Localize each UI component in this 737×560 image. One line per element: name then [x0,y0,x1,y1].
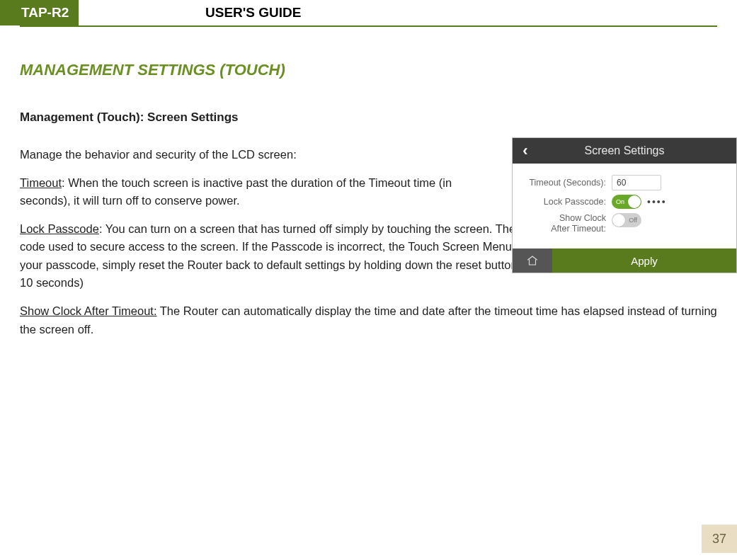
page-content: MANAGEMENT SETTINGS (TOUCH) Management (… [0,31,737,338]
label-clock-l1: Show Clock [559,213,606,223]
label-clock-l2: After Timeout: [551,224,606,234]
touch-screen-mock: ‹ Screen Settings Timeout (Seconds): Loc… [512,137,737,273]
section-title: MANAGEMENT SETTINGS (TOUCH) [20,61,717,79]
clock-toggle[interactable]: Off [612,213,641,227]
apply-button[interactable]: Apply [552,248,736,273]
toggle-on-text: On [616,198,624,205]
clock-para: Show Clock After Timeout: The Router can… [20,302,717,338]
home-icon [526,254,539,267]
row-clock: Show Clock After Timeout: Off [521,213,728,234]
doc-title: USER'S GUIDE [205,0,301,25]
timeout-term: Timeout [20,176,62,189]
toggle-knob [628,195,641,208]
timeout-desc: : When the touch screen is inactive past… [20,176,452,207]
row-lock: Lock Passcode: On •••• [521,195,728,209]
timeout-para: Timeout: When the touch screen is inacti… [20,174,480,210]
touch-footer: Apply [513,248,736,273]
lock-passcode-masked: •••• [647,196,667,207]
intro-text: Manage the behavior and security of the … [20,146,480,164]
touch-title: Screen Settings [538,144,736,157]
toggle-knob [612,214,625,227]
page-number: 37 [702,525,737,553]
row-timeout: Timeout (Seconds): [521,175,728,190]
toggle-off-text: Off [629,217,637,224]
label-lock: Lock Passcode: [521,197,612,207]
subheading: Management (Touch): Screen Settings [20,110,717,125]
clock-term: Show Clock After Timeout: [20,304,157,317]
doc-header: TAP-R2 USER'S GUIDE [0,0,737,31]
back-button[interactable]: ‹ [513,138,538,164]
lock-term: Lock Passcode [20,222,99,235]
home-button[interactable] [513,248,552,273]
touch-header: ‹ Screen Settings [513,138,736,164]
label-timeout: Timeout (Seconds): [521,178,612,188]
touch-body: Timeout (Seconds): Lock Passcode: On •••… [513,164,736,248]
lock-toggle[interactable]: On [612,195,641,209]
product-tag: TAP-R2 [0,0,79,25]
timeout-input[interactable] [612,175,661,190]
label-clock: Show Clock After Timeout: [521,213,612,234]
chevron-left-icon: ‹ [522,142,527,160]
header-rule [20,25,717,27]
